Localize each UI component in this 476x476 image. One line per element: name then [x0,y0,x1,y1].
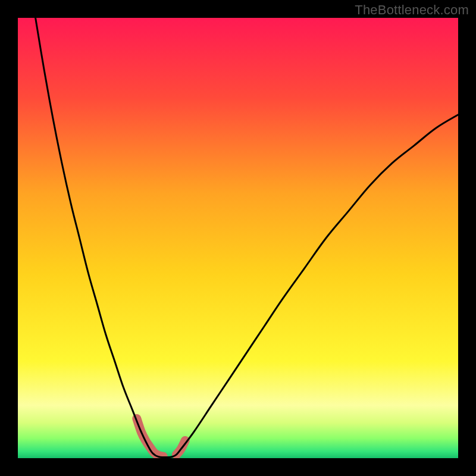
watermark-text: TheBottleneck.com [355,2,469,18]
outer-frame: TheBottleneck.com [0,0,476,476]
bottleneck-curve [36,18,458,458]
plot-area [18,18,458,458]
curve-layer [18,18,458,458]
main-curve-path [36,18,458,458]
